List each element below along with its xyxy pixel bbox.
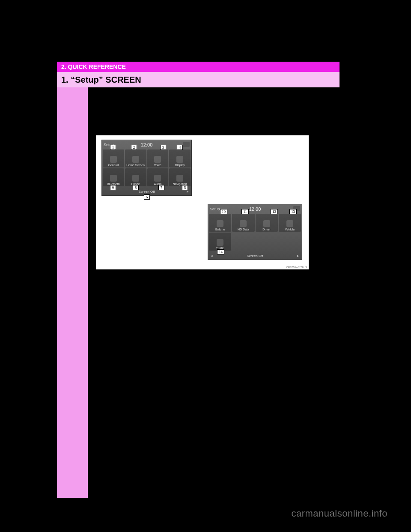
display-icon [176,156,183,163]
home-screen-icon [132,156,139,163]
tile-home-screen[interactable]: Home Screen [125,149,146,167]
page-left-icon[interactable]: ◂ [211,254,213,258]
tile-vehicle[interactable]: Vehicle [279,214,301,232]
navigation-icon [176,175,183,182]
tile-display[interactable]: Display [169,149,191,167]
callout-11: 11 [241,209,249,214]
screen-off-label: Screen Off [138,190,155,194]
callout-3: 3 [160,145,166,150]
tile-entune[interactable]: Entune [209,214,231,232]
page-title: 1. “Setup” SCREEN [61,75,141,85]
page-right-icon[interactable]: ▸ [297,254,299,258]
tile-voice[interactable]: Voice [147,149,169,167]
tile-label: Voice [154,164,161,167]
figure-panel: Setup 12:00 General Home Screen Voice Di… [96,135,309,269]
bluetooth-icon [110,175,117,182]
screen-off-label: Screen Off [247,254,263,258]
tile-label: Vehicle [285,228,295,231]
callout-9: 9 [110,185,116,190]
vehicle-icon [286,220,293,227]
traffic-icon [217,239,223,246]
callout-8: 8 [133,185,139,190]
tile-empty [279,233,301,251]
tile-label: HD Data [238,228,249,231]
screen2-label: Setup [210,207,220,211]
phone-icon [132,175,139,182]
watermark: carmanualsonline.info [291,508,387,519]
callout-1: 1 [110,145,116,150]
callout-5: 5 [182,185,188,190]
tile-hd-data[interactable]: HD Data [232,214,254,232]
callout-13: 13 [289,209,297,214]
voice-icon [154,156,161,163]
tile-label: Display [175,164,185,167]
callout-4: 4 [177,145,183,150]
callout-12: 12 [271,209,278,214]
tile-label: Entune [215,228,225,231]
section-header: 2. QUICK REFERENCE [57,62,340,72]
callout-7: 7 [158,185,164,190]
back-icon[interactable] [183,142,190,147]
callout-6: 6 [144,194,150,200]
tile-bluetooth[interactable]: Bluetooth [103,168,124,186]
tile-phone[interactable]: Phone [125,168,146,186]
tile-empty [256,233,278,251]
tile-general[interactable]: General [103,149,124,167]
tile-label: Home Screen [126,164,145,167]
tile-label: Driver [262,228,271,231]
tile-driver[interactable]: Driver [256,214,278,232]
hd-data-icon [240,220,247,227]
screen1-grid: General Home Screen Voice Display Blueto… [102,149,191,186]
callout-10: 10 [220,209,227,214]
tile-traffic[interactable]: Traffic [209,233,231,251]
tile-label: General [108,164,119,167]
entune-icon [217,220,223,227]
page-title-bar: 1. “Setup” SCREEN [57,72,340,87]
general-icon [110,156,117,163]
tile-audio[interactable]: Audio [147,168,169,186]
screen2-grid: Entune HD Data Driver Vehicle Traffic [208,214,302,251]
tile-empty [232,233,254,251]
callout-14: 14 [217,249,224,254]
section-header-text: 2. QUICK REFERENCE [61,63,126,70]
tile-navigation[interactable]: Navigation [169,168,191,186]
audio-icon [154,175,161,182]
figure-code: CM2030wC TAUS [286,266,307,269]
left-margin-stripe [57,62,88,498]
callout-2: 2 [131,145,137,150]
driver-icon [263,220,270,227]
